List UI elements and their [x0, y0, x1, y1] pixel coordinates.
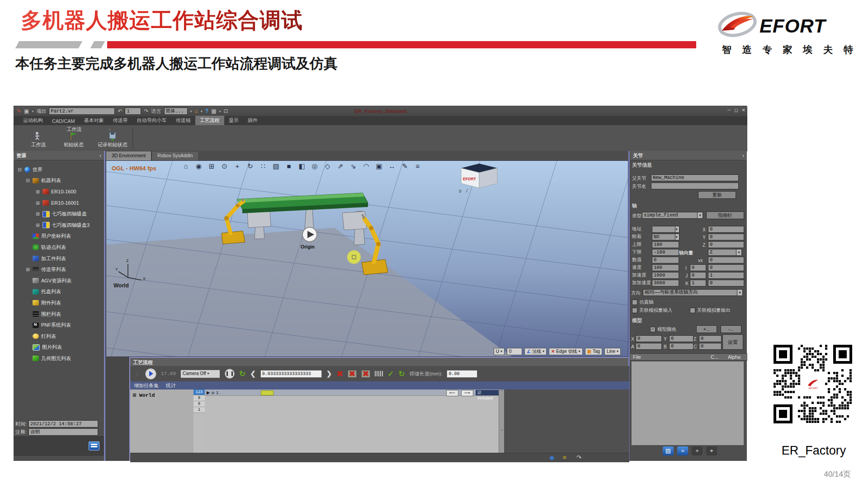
joint-附着-input[interactable]: NO [652, 234, 675, 240]
rotate-icon[interactable]: ↻ [247, 162, 254, 170]
solid-view-icon[interactable]: ■ [285, 162, 292, 170]
window-menu-icon[interactable]: ▣ [24, 108, 29, 114]
delete-task-icon[interactable]: ✖ [348, 370, 357, 378]
view-orbit-icon[interactable]: ◉ [195, 162, 203, 170]
record-initial-state-button[interactable]: 记录初始状态 [94, 131, 132, 148]
gantt-bar[interactable] [261, 390, 274, 395]
row-play-icon[interactable]: ▶ [207, 390, 210, 395]
tree-item[interactable]: 附件列表 [14, 297, 104, 309]
tree-expander-icon[interactable]: ⊞ [35, 201, 40, 206]
tree-item[interactable]: 图片列表 [14, 342, 104, 353]
shift-right-button[interactable]: ⟶ [461, 390, 473, 396]
ribbon-tab-2[interactable]: CAD/CAM [47, 117, 80, 125]
tab-3d-environment[interactable]: 3D Environment [106, 151, 151, 160]
compass-button[interactable]: 指南针 [706, 211, 744, 219]
step-forward-icon[interactable]: ❯ [326, 370, 332, 378]
gutter-cell[interactable]: 123 [193, 389, 205, 395]
k-input[interactable]: 1 [690, 280, 706, 286]
y-input[interactable]: 0 [708, 234, 744, 240]
viewport-3d[interactable]: Origin EFORT S Z Y [106, 160, 628, 357]
pose-y-input[interactable]: 0 [669, 335, 693, 342]
update-button[interactable]: 更新 [698, 191, 736, 199]
vy-input[interactable]: 0 [708, 264, 744, 271]
world-icon[interactable]: ◉ [549, 454, 554, 461]
export-down-icon[interactable]: ⇘ [350, 162, 357, 170]
z-input[interactable]: 0 [708, 241, 744, 248]
ribbon-tab-5[interactable]: 自动导向小车 [132, 116, 171, 125]
tree-item[interactable]: ⊞传送带列表 [14, 264, 104, 275]
analog-out-checkbox[interactable]: 关联模拟量输出 [690, 307, 731, 314]
camera-select[interactable]: Camera Off▾ [180, 370, 220, 378]
ribbon-tab-8[interactable]: 显示 [224, 116, 243, 125]
gutter-cell[interactable]: 1 [193, 407, 205, 413]
vz-input[interactable]: 1 [708, 272, 744, 279]
analog-in-checkbox[interactable]: 关联模拟量输入 [632, 307, 673, 314]
tree-expander-icon[interactable]: ⊞ [25, 267, 30, 272]
j-input[interactable]: 0 [690, 272, 706, 279]
tree-item[interactable]: ⊞ER10-16001 [14, 197, 104, 209]
ribbon-tab-6[interactable]: 传送链 [171, 116, 195, 125]
arc-icon[interactable]: ◠ [363, 162, 370, 170]
tree-item[interactable]: 托盘列表 [14, 286, 104, 298]
type-caret-icon[interactable]: ▾ [697, 212, 703, 219]
plus-button[interactable]: +... [696, 325, 717, 333]
axis-vector-select[interactable]: Z [708, 249, 738, 256]
refresh-icon[interactable]: ↻ [398, 369, 405, 379]
initial-state-button[interactable]: 初始状态 [57, 131, 90, 148]
layout-icon[interactable]: ▦ [211, 108, 216, 114]
tree-expander-icon[interactable]: ⊞ [35, 223, 40, 228]
check-icon[interactable]: ✓ [387, 369, 394, 379]
zoom-window-icon[interactable]: ⊞ [208, 162, 215, 170]
parent-joint-input[interactable]: New_Machine [651, 174, 739, 181]
counter-input[interactable]: 1 [125, 108, 141, 115]
joint-加速度-input[interactable]: 1000 [652, 272, 679, 279]
gutter-cell[interactable]: 0 [193, 401, 205, 407]
panel-separator-left[interactable] [104, 151, 105, 461]
line-select[interactable]: Line▾ [604, 348, 621, 355]
collapse-right-icon[interactable]: ‹ [742, 151, 744, 160]
step-back-icon[interactable]: ❮ [250, 370, 256, 378]
sim-axis-checkbox[interactable]: 仿真轴 [632, 299, 654, 305]
pause-button[interactable] [225, 369, 235, 379]
help-icon[interactable]: ? [205, 108, 208, 114]
iso-view-icon[interactable]: ◇ [324, 162, 331, 170]
minus-button[interactable]: -... [721, 325, 741, 333]
edit-icon[interactable]: ✎ [401, 162, 409, 170]
weld-length-input[interactable]: 0.00 [447, 370, 477, 378]
home-caret-icon[interactable]: ▾ [201, 109, 203, 113]
joint-地址-input[interactable] [652, 226, 675, 233]
delete-icon[interactable]: ✖ [336, 369, 343, 379]
group-expand-icon[interactable]: ⌟ [108, 126, 110, 131]
maximize-icon[interactable]: ◻ [734, 108, 738, 113]
direction-select[interactable]: 相同——与标准系统轴方向 [643, 289, 739, 296]
timeline-grid[interactable]: ▶ ⌀ 1 ⟵ ⟶ ☑ Included [205, 389, 499, 453]
joint-加加速度-input[interactable]: 3000 [652, 280, 679, 286]
model-color-checkbox[interactable]: ✓模型颜色 [650, 326, 676, 333]
undo-icon[interactable]: ↶ [118, 108, 122, 114]
pose-c-input[interactable]: 0 [699, 343, 722, 350]
ribbon-tab-7[interactable]: 工艺流程 [195, 116, 224, 125]
step-interval-input[interactable]: 0.0333333333333333 [260, 370, 322, 378]
tree-expander-icon[interactable]: ⊟ [17, 167, 22, 172]
alpha-col[interactable]: Alpha [728, 354, 741, 360]
tree-item[interactable]: ⊞七巧板四轴吸盘 [14, 208, 104, 220]
tree-item[interactable]: ⊞七巧板四轴吸盘3 [14, 220, 104, 231]
edge-tangent-select[interactable]: ✕Edge 切线▾ [549, 348, 583, 355]
color-col[interactable]: C... [711, 354, 718, 360]
language-caret-icon[interactable]: ▾ [190, 109, 192, 113]
type-select[interactable]: simple_fixed [642, 212, 699, 219]
tree-expander-icon[interactable]: ⊟ [25, 178, 30, 183]
set-button[interactable]: 设置 [722, 334, 743, 350]
tree-item[interactable]: AGV资源列表 [14, 275, 104, 286]
axis-vector-caret-icon[interactable]: ▾ [736, 249, 742, 256]
play-button[interactable] [145, 368, 156, 380]
direction-caret-icon[interactable]: ▾ [737, 289, 743, 296]
language-select[interactable]: 简体... [164, 108, 188, 115]
tree-item[interactable]: ⊟世界 [14, 164, 104, 175]
delete-all-icon[interactable]: ✖ [361, 370, 370, 378]
zoom-icon[interactable]: ⊙ [221, 162, 228, 170]
tree-item[interactable]: 围栏列表 [14, 309, 104, 320]
home-icon[interactable]: ⌂ [195, 108, 198, 114]
pin-icon[interactable]: ⊡ [224, 108, 228, 114]
tree-expander-icon[interactable]: ⊞ [35, 211, 40, 216]
